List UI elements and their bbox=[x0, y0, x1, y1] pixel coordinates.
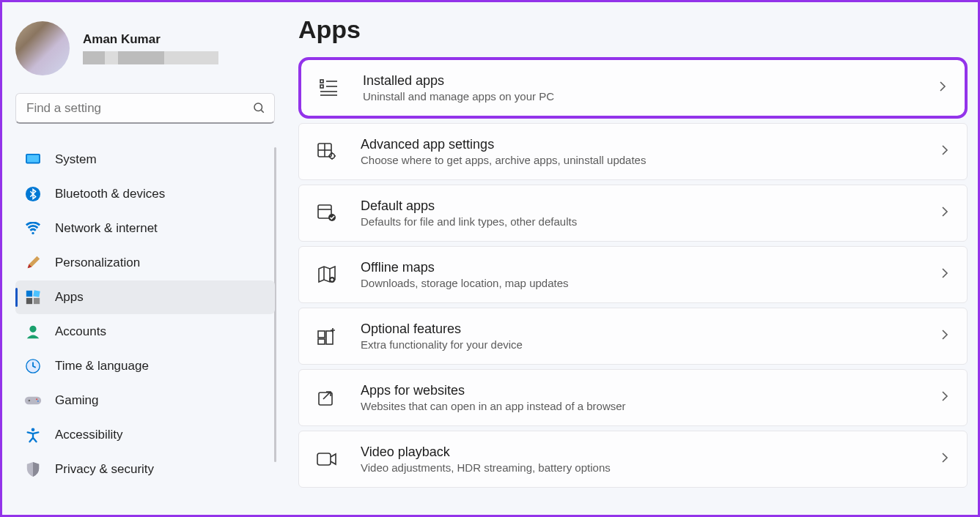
svg-rect-6 bbox=[26, 291, 32, 297]
setting-advanced[interactable]: Advanced app settingsChoose where to get… bbox=[298, 123, 968, 180]
chevron-right-icon bbox=[940, 329, 949, 343]
svg-rect-37 bbox=[317, 453, 331, 465]
sidebar-item-system[interactable]: System bbox=[15, 143, 275, 176]
sidebar-item-label: Apps bbox=[55, 290, 84, 305]
sidebar-item-label: Personalization bbox=[55, 256, 140, 270]
svg-point-16 bbox=[32, 428, 35, 431]
app-gear-icon bbox=[317, 141, 337, 162]
sidebar-item-label: System bbox=[55, 152, 97, 167]
profile-section[interactable]: Aman Kumar bbox=[15, 18, 275, 86]
svg-point-15 bbox=[37, 401, 39, 402]
wifi-icon bbox=[24, 220, 42, 237]
chevron-right-icon bbox=[940, 452, 949, 466]
svg-point-13 bbox=[29, 400, 31, 402]
sidebar-item-personalization[interactable]: Personalization bbox=[15, 246, 275, 280]
avatar bbox=[15, 21, 70, 75]
main-content: Apps Installed appsUninstall and manage … bbox=[288, 2, 978, 515]
svg-rect-18 bbox=[320, 85, 323, 88]
app-plus-icon bbox=[317, 326, 337, 346]
sidebar-item-label: Privacy & security bbox=[55, 462, 154, 477]
search-input[interactable] bbox=[26, 101, 252, 116]
monitor-icon bbox=[24, 151, 42, 168]
chevron-right-icon bbox=[940, 390, 949, 405]
map-icon bbox=[317, 264, 337, 285]
nav: SystemBluetooth & devicesNetwork & inter… bbox=[15, 143, 275, 486]
settings-search[interactable] bbox=[15, 93, 275, 124]
svg-rect-9 bbox=[34, 298, 40, 304]
chevron-right-icon bbox=[940, 206, 949, 220]
sidebar-item-gaming[interactable]: Gaming bbox=[15, 384, 275, 417]
svg-point-26 bbox=[330, 154, 335, 159]
bluetooth-icon bbox=[24, 185, 42, 203]
clock-icon bbox=[24, 357, 42, 375]
sidebar-item-apps[interactable]: Apps bbox=[15, 280, 275, 314]
setting-websites[interactable]: Apps for websitesWebsites that can open … bbox=[298, 369, 968, 426]
setting-title: Advanced app settings bbox=[361, 137, 917, 152]
person-icon bbox=[24, 323, 42, 341]
shield-icon bbox=[24, 461, 42, 478]
setting-desc: Video adjustments, HDR streaming, batter… bbox=[361, 461, 917, 474]
sidebar-item-label: Accessibility bbox=[55, 428, 123, 442]
profile-email-redacted bbox=[83, 51, 218, 64]
svg-point-0 bbox=[254, 103, 262, 111]
chevron-right-icon bbox=[938, 81, 947, 95]
setting-title: Installed apps bbox=[363, 73, 915, 89]
gamepad-icon bbox=[24, 392, 42, 409]
sidebar-item-bluetooth[interactable]: Bluetooth & devices bbox=[15, 177, 275, 211]
setting-video[interactable]: Video playbackVideo adjustments, HDR str… bbox=[298, 431, 968, 488]
search-icon bbox=[252, 101, 267, 116]
sidebar-item-label: Network & internet bbox=[55, 221, 158, 236]
apps-icon bbox=[24, 289, 42, 306]
chevron-right-icon bbox=[940, 267, 949, 282]
accessibility-icon bbox=[24, 426, 42, 444]
setting-default[interactable]: Default appsDefaults for file and link t… bbox=[298, 185, 968, 242]
page-title: Apps bbox=[298, 15, 968, 44]
setting-optional[interactable]: Optional featuresExtra functionality for… bbox=[298, 308, 968, 365]
settings-list: Installed appsUninstall and manage apps … bbox=[298, 57, 968, 488]
brush-icon bbox=[24, 254, 42, 272]
setting-title: Default apps bbox=[361, 198, 917, 214]
svg-rect-3 bbox=[27, 155, 39, 163]
list-icon bbox=[319, 78, 339, 98]
setting-title: Offline maps bbox=[361, 260, 917, 275]
svg-point-10 bbox=[29, 326, 36, 332]
svg-point-5 bbox=[32, 232, 34, 234]
sidebar-item-network[interactable]: Network & internet bbox=[15, 212, 275, 245]
svg-rect-7 bbox=[33, 290, 40, 297]
svg-line-1 bbox=[261, 110, 263, 112]
chevron-right-icon bbox=[940, 144, 949, 159]
setting-desc: Downloads, storage location, map updates bbox=[361, 277, 917, 289]
video-icon bbox=[317, 449, 337, 469]
setting-desc: Defaults for file and link types, other … bbox=[361, 215, 917, 228]
sidebar: Aman Kumar SystemBluetooth & devicesNetw… bbox=[2, 2, 288, 515]
svg-rect-17 bbox=[320, 80, 323, 83]
svg-point-14 bbox=[36, 398, 37, 400]
svg-rect-12 bbox=[25, 397, 41, 404]
profile-name: Aman Kumar bbox=[83, 32, 218, 47]
sidebar-item-label: Accounts bbox=[55, 324, 106, 339]
sidebar-item-label: Time & language bbox=[55, 359, 149, 373]
setting-maps[interactable]: Offline mapsDownloads, storage location,… bbox=[298, 246, 968, 303]
setting-desc: Uninstall and manage apps on your PC bbox=[363, 90, 915, 103]
svg-rect-34 bbox=[318, 339, 325, 344]
svg-rect-8 bbox=[26, 298, 32, 304]
setting-installed[interactable]: Installed appsUninstall and manage apps … bbox=[298, 57, 968, 119]
setting-title: Video playback bbox=[361, 445, 917, 460]
sidebar-item-label: Bluetooth & devices bbox=[55, 187, 165, 201]
setting-desc: Choose where to get apps, archive apps, … bbox=[361, 154, 917, 166]
sidebar-item-accounts[interactable]: Accounts bbox=[15, 315, 275, 349]
svg-rect-35 bbox=[326, 331, 333, 344]
setting-title: Optional features bbox=[361, 321, 917, 337]
svg-rect-33 bbox=[318, 331, 325, 338]
setting-desc: Websites that can open in an app instead… bbox=[361, 400, 917, 412]
external-link-icon bbox=[317, 387, 337, 408]
sidebar-item-privacy[interactable]: Privacy & security bbox=[15, 453, 275, 486]
setting-title: Apps for websites bbox=[361, 383, 917, 398]
app-check-icon bbox=[317, 203, 337, 223]
sidebar-item-label: Gaming bbox=[55, 393, 99, 408]
sidebar-item-accessibility[interactable]: Accessibility bbox=[15, 418, 275, 452]
sidebar-item-time[interactable]: Time & language bbox=[15, 349, 275, 383]
setting-desc: Extra functionality for your device bbox=[361, 338, 917, 351]
